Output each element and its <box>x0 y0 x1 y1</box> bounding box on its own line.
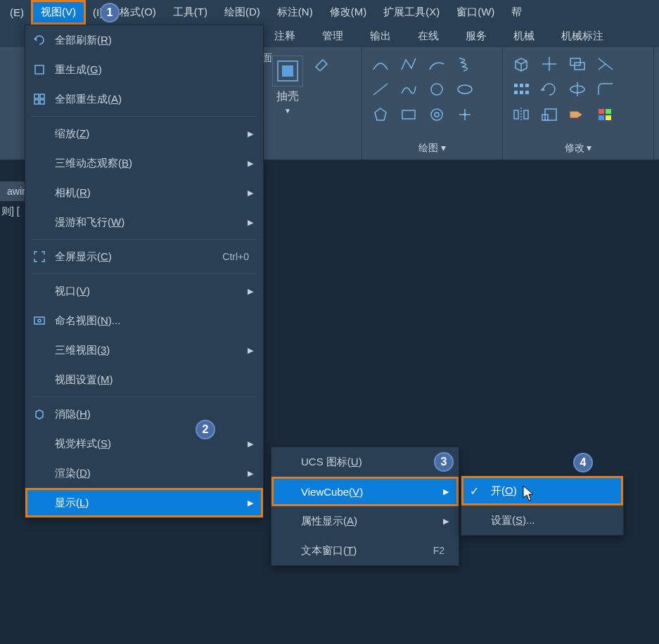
menu-visual-styles[interactable]: 视觉样式(S) ▶ <box>25 429 263 458</box>
circle-icon[interactable] <box>424 78 449 101</box>
named-view-icon <box>32 314 46 328</box>
menu-item-label: 三维动态观察(B) <box>55 157 248 170</box>
menu-modify[interactable]: 修改(M) <box>321 1 376 23</box>
menu-edit[interactable]: (E) <box>1 2 32 22</box>
svg-marker-5 <box>375 108 386 120</box>
view-dropdown: 全部刷新(R) 重生成(G) 全部重生成(A) 缩放(Z) ▶ 三维动态观察(B… <box>25 25 264 518</box>
menu-express[interactable]: 扩展工具(X) <box>375 1 448 23</box>
hide-icon <box>32 407 46 421</box>
menu-view-settings[interactable]: 视图设置(M) <box>25 365 263 394</box>
color-grid-icon[interactable] <box>593 103 618 126</box>
regen-icon <box>32 63 46 77</box>
ellipse-icon[interactable] <box>452 78 478 101</box>
ribbon-tab-service[interactable]: 服务 <box>459 27 494 46</box>
svg-rect-37 <box>40 94 44 98</box>
menu-named-views[interactable]: 命名视图(N)... <box>25 306 263 335</box>
menu-display[interactable]: 显示(L) ▶ <box>25 488 263 517</box>
ribbon-tab-manage[interactable]: 管理 <box>315 27 350 46</box>
menu-item-label: 文本窗口(T) <box>301 544 433 558</box>
menu-item-label: 视口(V) <box>55 285 248 298</box>
menu-attr-display[interactable]: 属性显示(A) ▶ <box>271 506 459 536</box>
svg-rect-14 <box>570 58 580 65</box>
menu-ucs-icon[interactable]: UCS 图标(U) ▶ <box>271 447 459 477</box>
menu-3d-views[interactable]: 三维视图(3) ▶ <box>25 335 263 365</box>
menu-item-label: 全屏显示(C) <box>55 250 222 264</box>
scale-icon[interactable] <box>537 103 562 126</box>
ribbon-tab-output[interactable]: 输出 <box>363 27 398 46</box>
mirror-icon[interactable] <box>508 103 534 126</box>
menu-fullscreen[interactable]: 全屏显示(C) Ctrl+0 <box>25 242 263 271</box>
line-icon[interactable] <box>368 78 393 101</box>
submenu-arrow-icon: ▶ <box>248 287 255 296</box>
ribbon-tab-mech-dim[interactable]: 机械标注 <box>554 27 610 46</box>
step-2-badge: 2 <box>196 420 215 439</box>
svg-rect-21 <box>514 91 518 94</box>
helix-icon[interactable] <box>452 53 478 75</box>
polygon-icon[interactable] <box>368 103 393 126</box>
menu-item-label: 全部刷新(R) <box>55 34 255 47</box>
svg-rect-31 <box>599 109 604 114</box>
ribbon-tab-online[interactable]: 在线 <box>411 27 446 46</box>
menu-text-window[interactable]: 文本窗口(T) F2 <box>271 536 459 565</box>
menu-camera[interactable]: 相机(R) ▶ <box>25 178 263 207</box>
eraser-icon[interactable] <box>309 53 334 75</box>
ribbon-tab-annotate[interactable]: 注释 <box>267 27 302 46</box>
menu-regen[interactable]: 重生成(G) <box>25 55 263 84</box>
submenu-arrow-icon: ▶ <box>248 159 255 168</box>
separator <box>31 397 257 397</box>
point-icon[interactable] <box>452 103 478 126</box>
fillet-icon[interactable] <box>593 78 618 101</box>
menu-viewport[interactable]: 视口(V) ▶ <box>25 276 263 306</box>
svg-line-17 <box>599 64 606 70</box>
ribbon-tab-mechanical[interactable]: 机械 <box>506 27 542 46</box>
menu-item-label: 漫游和飞行(W) <box>55 216 248 229</box>
submenu-arrow-icon: ▶ <box>443 517 450 526</box>
arc2-icon[interactable] <box>424 53 449 75</box>
menu-walk-fly[interactable]: 漫游和飞行(W) ▶ <box>25 207 263 237</box>
submenu-arrow-icon: ▶ <box>248 218 255 227</box>
menu-zoom[interactable]: 缩放(Z) ▶ <box>25 119 263 148</box>
rectangle-icon[interactable] <box>396 103 421 126</box>
menu-item-label: 消隐(H) <box>55 408 255 421</box>
svg-line-2 <box>373 84 388 95</box>
rotate-icon[interactable] <box>537 78 562 101</box>
menu-viewcube[interactable]: ViewCube(V) ▶ <box>271 477 459 506</box>
svg-rect-19 <box>520 84 523 87</box>
menu-view[interactable]: 视图(V) <box>32 1 84 23</box>
stretch-icon[interactable] <box>565 103 590 126</box>
rotate3d-icon[interactable] <box>565 78 590 101</box>
shell-button[interactable]: 抽壳 ▼ <box>269 53 306 117</box>
submenu-arrow-icon: ▶ <box>248 498 255 508</box>
arc-icon[interactable] <box>368 53 393 75</box>
trim-icon[interactable] <box>593 53 618 75</box>
svg-point-4 <box>458 85 472 94</box>
menu-item-label: 视图设置(M) <box>55 373 255 387</box>
menu-render[interactable]: 渲染(D) ▶ <box>25 458 263 488</box>
refresh-icon <box>32 33 46 47</box>
step-4-badge: 4 <box>573 453 593 472</box>
step-3-badge: 3 <box>434 452 454 472</box>
menu-regen-all[interactable]: 全部重生成(A) <box>25 84 263 114</box>
menu-window[interactable]: 窗口(W) <box>448 1 503 23</box>
offset-icon[interactable] <box>565 53 590 75</box>
spline-icon[interactable] <box>396 78 421 101</box>
menu-refresh-all[interactable]: 全部刷新(R) <box>25 25 263 55</box>
svg-rect-40 <box>34 317 44 324</box>
menu-help[interactable]: 帮 <box>503 1 530 23</box>
menu-item-label: 相机(R) <box>55 186 248 200</box>
box-icon[interactable] <box>508 53 534 75</box>
donut-icon[interactable] <box>424 103 449 126</box>
array-icon[interactable] <box>508 78 534 101</box>
polyline-icon[interactable] <box>396 53 421 75</box>
menu-hide[interactable]: 消隐(H) <box>25 399 263 429</box>
panel-modify-footer[interactable]: 修改 ▾ <box>506 140 651 157</box>
menu-draw[interactable]: 绘图(D) <box>216 1 269 23</box>
dropdown-arrow-icon: ▼ <box>284 107 291 115</box>
menu-viewcube-on[interactable]: ✓ 开(O) <box>461 476 623 505</box>
menu-viewcube-settings[interactable]: 设置(S)... <box>461 505 623 535</box>
move-icon[interactable] <box>537 53 562 75</box>
menu-3d-orbit[interactable]: 三维动态观察(B) ▶ <box>25 148 263 178</box>
menu-tools[interactable]: 工具(T) <box>165 1 216 23</box>
panel-draw-footer[interactable]: 绘图 ▾ <box>365 140 499 157</box>
menu-dimension[interactable]: 标注(N) <box>269 1 321 23</box>
